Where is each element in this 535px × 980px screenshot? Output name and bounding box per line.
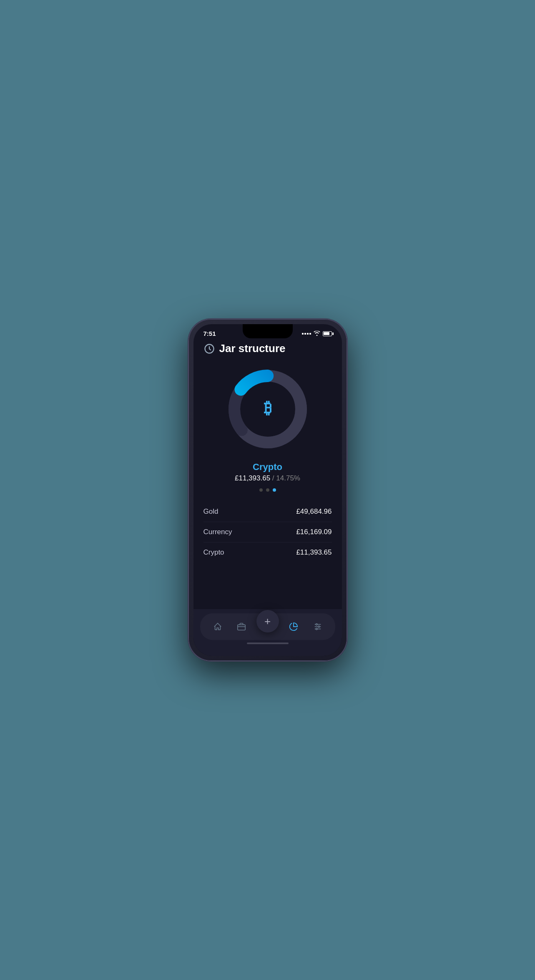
svg-point-13 (316, 628, 317, 630)
clock-icon (203, 343, 215, 355)
asset-value-crypto: £11,393.65 (296, 548, 332, 557)
dot-1[interactable] (259, 488, 263, 492)
asset-value-gold: £49,684.96 (296, 508, 332, 516)
phone-frame: 7:51 (188, 319, 347, 661)
sliders-icon (313, 622, 322, 631)
dot-3[interactable] (273, 488, 276, 492)
briefcase-icon (237, 622, 246, 631)
svg-point-11 (316, 624, 317, 625)
home-indicator (247, 642, 289, 644)
nav-item-home[interactable] (208, 618, 227, 636)
phone-screen: 7:51 (193, 324, 342, 656)
battery-icon (323, 331, 332, 336)
notch (243, 324, 293, 338)
donut-svg: ₿ (222, 363, 314, 455)
nav-bar: + (200, 613, 335, 640)
bottom-navigation: + (193, 609, 342, 656)
asset-item-currency[interactable]: Currency £16,169.09 (203, 522, 332, 542)
status-icons (302, 330, 332, 337)
chart-asset-name: Crypto (203, 462, 332, 472)
signal-icon (302, 333, 311, 335)
add-icon: + (264, 616, 271, 627)
svg-rect-6 (238, 625, 245, 630)
nav-item-chart[interactable] (284, 618, 303, 636)
dot-2[interactable] (266, 488, 269, 492)
asset-item-crypto[interactable]: Crypto £11,393.65 (203, 542, 332, 562)
pagination-dots (203, 488, 332, 492)
asset-list: Gold £49,684.96 Currency £16,169.09 Cryp… (203, 502, 332, 609)
asset-name-gold: Gold (203, 508, 219, 516)
chart-asset-value: £11,393.65 / 14.75% (203, 474, 332, 482)
main-content: Jar structure (193, 340, 342, 609)
nav-item-portfolio[interactable] (232, 618, 251, 636)
asset-name-currency: Currency (203, 528, 232, 536)
nav-item-settings[interactable] (309, 618, 327, 636)
page-title: Jar structure (219, 342, 286, 355)
status-bar: 7:51 (193, 324, 342, 340)
svg-text:₿: ₿ (264, 399, 271, 417)
asset-value-currency: £16,169.09 (296, 528, 332, 536)
donut-chart: ₿ (203, 363, 332, 455)
status-time: 7:51 (203, 330, 216, 337)
asset-name-crypto: Crypto (203, 548, 224, 557)
svg-point-12 (318, 626, 319, 628)
asset-item-gold[interactable]: Gold £49,684.96 (203, 502, 332, 522)
page-header: Jar structure (203, 340, 332, 355)
home-icon (213, 622, 222, 631)
wifi-icon (314, 330, 320, 337)
chart-label: Crypto £11,393.65 / 14.75% (203, 462, 332, 482)
add-button[interactable]: + (256, 610, 279, 632)
pie-chart-icon (289, 622, 298, 631)
